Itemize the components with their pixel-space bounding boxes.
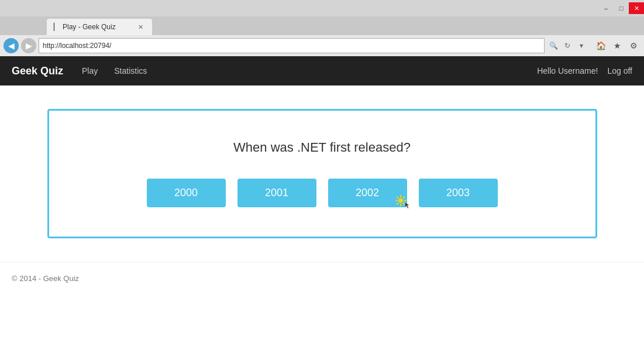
back-icon: ◀ bbox=[8, 41, 15, 50]
forward-icon: ▶ bbox=[26, 41, 32, 50]
nav-logoff-link[interactable]: Log off bbox=[607, 66, 632, 76]
active-tab[interactable]: ▏ Play - Geek Quiz ✕ bbox=[47, 19, 152, 35]
settings-button[interactable]: ⚙ bbox=[626, 39, 640, 53]
page-body: When was .NET first released? 2000 2001 … bbox=[0, 85, 644, 349]
favorites-button[interactable]: ★ bbox=[610, 39, 624, 53]
nav-statistics-link[interactable]: Statistics bbox=[107, 63, 154, 79]
answer-button-1[interactable]: 2001 bbox=[237, 179, 316, 207]
browser-right-icons: 🏠 ★ ⚙ bbox=[594, 39, 640, 53]
maximize-button[interactable]: □ bbox=[614, 2, 629, 14]
footer-copyright: © 2014 - Geek Quiz bbox=[12, 274, 79, 283]
forward-button[interactable]: ▶ bbox=[21, 38, 36, 53]
search-button[interactable]: 🔍 bbox=[547, 39, 560, 52]
nav-play-link[interactable]: Play bbox=[75, 63, 105, 79]
quiz-container: When was .NET first released? 2000 2001 … bbox=[47, 109, 597, 238]
app-navbar: Geek Quiz Play Statistics Hello Username… bbox=[0, 56, 644, 85]
svg-line-5 bbox=[403, 197, 404, 198]
address-input-container[interactable] bbox=[39, 38, 545, 53]
back-button[interactable]: ◀ bbox=[4, 38, 19, 53]
main-content: When was .NET first released? 2000 2001 … bbox=[0, 85, 644, 262]
close-button[interactable]: ✕ bbox=[629, 2, 644, 14]
address-icons: 🔍 ↻ ▾ bbox=[547, 39, 588, 52]
footer: © 2014 - Geek Quiz bbox=[0, 262, 644, 295]
title-bar: – □ ✕ bbox=[0, 0, 644, 16]
page-wrapper: Geek Quiz Play Statistics Hello Username… bbox=[0, 56, 644, 349]
nav-links: Play Statistics bbox=[75, 63, 154, 79]
tab-close-button[interactable]: ✕ bbox=[136, 22, 145, 32]
app-brand: Geek Quiz bbox=[12, 65, 63, 77]
click-sparkle-icon bbox=[395, 193, 413, 210]
nav-greeting: Hello Username! bbox=[537, 66, 598, 76]
tab-title: Play - Geek Quiz bbox=[63, 23, 116, 31]
dropdown-button[interactable]: ▾ bbox=[575, 39, 588, 52]
answer-button-3[interactable]: 2003 bbox=[419, 179, 498, 207]
home-button[interactable]: 🏠 bbox=[594, 39, 608, 53]
tab-icon: ▏ bbox=[54, 23, 59, 31]
answer-button-0[interactable]: 2000 bbox=[147, 179, 226, 207]
svg-point-8 bbox=[398, 199, 403, 203]
answer-button-2[interactable]: 2002 bbox=[328, 179, 407, 207]
url-input[interactable] bbox=[43, 42, 540, 50]
svg-line-6 bbox=[397, 203, 398, 204]
svg-line-4 bbox=[397, 197, 398, 198]
answer-buttons: 2000 2001 2002 bbox=[67, 179, 578, 207]
minimize-button[interactable]: – bbox=[598, 2, 614, 14]
tab-bar: ▏ Play - Geek Quiz ✕ bbox=[0, 16, 644, 35]
nav-right: Hello Username! Log off bbox=[537, 66, 632, 76]
question-text: When was .NET first released? bbox=[67, 140, 578, 155]
refresh-button[interactable]: ↻ bbox=[561, 39, 574, 52]
svg-line-7 bbox=[403, 203, 404, 204]
address-bar-row: ◀ ▶ 🔍 ↻ ▾ 🏠 ★ ⚙ bbox=[0, 35, 644, 56]
